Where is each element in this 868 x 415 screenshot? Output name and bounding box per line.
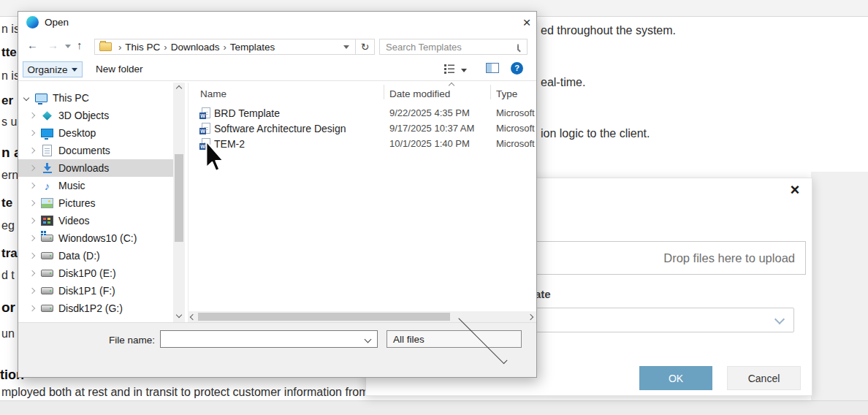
column-header-type[interactable]: Type (496, 88, 517, 99)
dialog-toolbar: Organize New folder ? (18, 58, 536, 81)
sidebar-item-g-drive[interactable]: Disdk1P2 (G:) (18, 300, 173, 317)
column-header-date-modified[interactable]: Date modified (389, 88, 496, 99)
sidebar-item-c-drive[interactable]: Wiondows10 (C:) (18, 229, 173, 247)
3d-objects-icon (41, 110, 53, 122)
search-icon[interactable] (517, 44, 519, 50)
breadcrumb[interactable]: › This PC › Downloads › Templates (94, 39, 356, 55)
help-icon[interactable]: ? (511, 62, 523, 75)
scroll-down-icon[interactable] (176, 312, 182, 318)
sidebar-item-f-drive[interactable]: Disk1P1 (F:) (18, 282, 173, 300)
expand-chevron-icon[interactable] (29, 270, 35, 276)
open-file-dialog: Open × ← → ↑ › This PC › Downloads › Tem… (18, 11, 537, 378)
expand-chevron-icon[interactable] (29, 253, 35, 259)
chevron-down-icon (458, 315, 507, 364)
organize-button[interactable]: Organize (23, 61, 83, 77)
file-name-label: File name: (109, 335, 155, 346)
file-type-select[interactable]: All files (387, 330, 522, 348)
page-text-fragment: eg (1, 219, 15, 232)
desktop-icon (41, 127, 53, 140)
breadcrumb-chevron-icon: › (118, 42, 121, 53)
windows-drive-icon (41, 232, 53, 245)
expand-chevron-icon[interactable] (29, 218, 35, 224)
chevron-down-icon (72, 68, 77, 72)
dropzone-label: Drop files here to upload (663, 251, 795, 265)
breadcrumb-item-downloads[interactable]: Downloads (171, 42, 220, 53)
address-dropdown-icon[interactable] (343, 45, 349, 49)
page-heading-fragment: te (1, 196, 12, 210)
sidebar-item-this-pc[interactable]: This PC (18, 89, 173, 107)
sidebar-item-e-drive[interactable]: Disk1P0 (E:) (18, 264, 173, 282)
sidebar-item-3d-objects[interactable]: 3D Objects (18, 107, 173, 124)
navigation-pane: This PC 3D Objects Desktop Documents Dow (18, 83, 173, 322)
views-dropdown-icon[interactable] (461, 69, 467, 72)
music-icon: ♪ (41, 180, 53, 192)
page-text-fragment: s u (1, 115, 17, 129)
edge-icon (26, 16, 39, 28)
sidebar-item-desktop[interactable]: Desktop (18, 124, 173, 142)
column-header-name[interactable]: Name (200, 88, 389, 99)
horizontal-scrollbar[interactable] (188, 311, 536, 322)
expand-chevron-icon[interactable] (29, 148, 35, 153)
expand-chevron-icon[interactable] (29, 200, 35, 206)
search-input[interactable] (380, 42, 517, 53)
downloads-icon (41, 162, 53, 175)
sidebar-item-d-drive[interactable]: Data (D:) (18, 247, 173, 264)
preview-pane-icon[interactable] (486, 63, 499, 73)
sidebar-item-videos[interactable]: Videos (18, 212, 173, 229)
page-heading-fragment: er (1, 94, 13, 108)
page-right-gutter (811, 172, 868, 415)
expand-chevron-icon[interactable] (29, 235, 35, 241)
scroll-left-icon[interactable] (190, 313, 196, 319)
drive-icon (41, 302, 53, 315)
history-dropdown-icon[interactable] (65, 45, 71, 48)
column-divider[interactable] (384, 85, 384, 99)
sidebar-item-pictures[interactable]: Pictures (18, 194, 173, 212)
file-name-input[interactable] (161, 334, 365, 345)
column-divider[interactable] (490, 85, 491, 99)
page-text-line: ed throughout the system. (541, 24, 676, 37)
sidebar-scrollbar[interactable] (173, 83, 185, 322)
expand-chevron-icon[interactable] (29, 305, 35, 311)
close-icon[interactable]: × (518, 15, 536, 31)
page-heading-fragment: or (1, 300, 15, 316)
sidebar-item-downloads[interactable]: Downloads (18, 159, 173, 177)
dialog-footer: File name: All files Upload from mobile … (18, 322, 536, 377)
sidebar-item-music[interactable]: ♪ Music (18, 177, 173, 194)
sidebar-item-documents[interactable]: Documents (18, 142, 173, 159)
file-name-combo (160, 330, 378, 348)
expand-chevron-icon[interactable] (29, 113, 35, 118)
search-box (379, 39, 528, 55)
ok-button[interactable]: OK (639, 366, 712, 390)
up-icon[interactable]: ↑ (77, 39, 83, 51)
scrollbar-thumb[interactable] (175, 154, 183, 242)
expand-chevron-icon[interactable] (29, 288, 35, 294)
close-icon[interactable]: × (787, 183, 803, 199)
new-folder-button[interactable]: New folder (96, 64, 143, 75)
dialog-titlebar[interactable]: Open × (18, 12, 536, 34)
drive-icon (41, 250, 53, 262)
breadcrumb-item-this-pc[interactable]: This PC (125, 42, 160, 53)
breadcrumb-chevron-icon: › (224, 42, 226, 53)
file-row-tem-2[interactable]: W TEM-2 10/1/2025 1:40 PM Microsoft W (189, 136, 536, 151)
back-icon[interactable]: ← (27, 39, 38, 51)
forward-icon[interactable]: → (47, 39, 58, 51)
expand-chevron-icon[interactable] (29, 183, 35, 189)
scroll-right-icon[interactable] (528, 313, 533, 319)
breadcrumb-chevron-icon: › (164, 42, 167, 53)
refresh-button[interactable]: ↻ (356, 39, 375, 55)
scrollbar-thumb[interactable] (198, 313, 450, 321)
page-bottom-band (0, 400, 868, 415)
expand-chevron-icon[interactable] (29, 165, 35, 171)
change-view-icon[interactable] (443, 64, 455, 74)
expand-chevron-icon[interactable] (23, 95, 29, 101)
word-document-icon: W (199, 123, 210, 134)
page-heading-fragment: tra (1, 246, 18, 261)
file-row-software-architecture-design[interactable]: W Software Architecture Design 9/17/2025… (189, 121, 536, 136)
file-row-brd-template[interactable]: W BRD Template 9/22/2025 4:35 PM Microso… (189, 105, 536, 121)
scroll-up-icon[interactable] (176, 85, 182, 91)
dialog-title: Open (45, 17, 69, 28)
breadcrumb-item-templates[interactable]: Templates (230, 42, 275, 53)
modal-cancel-button[interactable]: Cancel (727, 366, 801, 390)
chevron-down-icon[interactable] (365, 335, 372, 343)
expand-chevron-icon[interactable] (29, 130, 35, 136)
